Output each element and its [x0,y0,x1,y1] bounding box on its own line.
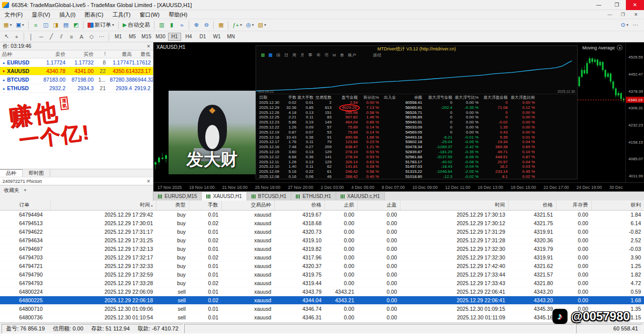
history-column-open-price[interactable]: 价格 [274,201,325,210]
time-axis[interactable]: 17 Nov 202519 Nov 14:0021 Nov 16:0025 No… [153,182,644,191]
stats-tool-单[interactable]: 单 [340,52,344,58]
close-button[interactable]: ✕ [626,0,644,10]
navigator-button[interactable]: ◨ [51,20,61,30]
menu-item[interactable]: 帮助(H) [164,10,192,19]
market-watch-row-eurusd[interactable]: ▲EURUSD1.177241.1773281.177471.17612 [0,58,153,67]
navigator-account-item[interactable]: 240972271 Phictort ✕ [0,177,153,185]
tile-windows-button[interactable]: ▦ [216,20,226,30]
more-tools-button[interactable]: ⋯ [630,20,640,30]
minimize-button[interactable]: — [590,0,608,10]
child-minimize-icon[interactable]: — [604,12,616,17]
stats-tool-月[interactable]: 月 [300,52,304,58]
candlestick-chart-button[interactable]: ▮ [167,20,177,30]
history-row[interactable]: 648007362025.12.30 01:10:54sell0.01xauus… [0,313,644,321]
maximize-button[interactable]: ❐ [608,0,626,10]
history-row[interactable]: 647947902025.12.29 17:32:59buy0.01xauusd… [0,270,644,279]
timeframe-d1[interactable]: D1 [196,33,209,41]
history-row[interactable]: 648002252025.12.29 22:06:18sell0.02xauus… [0,296,644,304]
history-row[interactable]: 647947932025.12.29 17:33:28buy0.02xauusd… [0,279,644,287]
stats-tool-综[interactable]: 综 [276,52,280,58]
history-column-profit[interactable]: 获利 [591,201,644,210]
history-row[interactable]: 647945132025.12.29 17:30:01buy0.02xauusd… [0,219,644,227]
search-button[interactable]: ⊙▾ [619,20,630,30]
zoom-in-button[interactable]: ⊕ [191,20,201,30]
periods-button[interactable]: ◎▾ [244,20,256,30]
stats-tool-年[interactable]: 年 [316,52,320,58]
channel-button[interactable]: ⫽ [56,32,66,42]
chart-plot[interactable]: XAUUSD,H1 Moving Average ● MTDriver统计 V3… [153,42,625,182]
arrows-button[interactable]: ⋯ [97,32,107,42]
stats-tool-周[interactable]: 周 [292,52,296,58]
chart-tab-EURUSD,M15[interactable]: EURUSD,M15 [153,192,202,201]
menu-item[interactable]: 图表(C) [80,10,108,19]
tab-即时图[interactable]: 即时图 [23,169,50,177]
history-row[interactable]: 647946342025.12.29 17:31:25buy0.02xauusd… [0,236,644,244]
auto-trading-button[interactable]: ▶自动交易 [121,20,152,30]
terminal-button[interactable]: ▤ [61,20,71,30]
line-chart-button[interactable]: ≈ [177,20,187,30]
history-row[interactable]: 648007102025.12.30 01:09:06sell0.01xauus… [0,304,644,313]
stats-tool-M[interactable]: M [333,53,336,57]
market-watch-button[interactable]: ≡ [31,20,41,30]
history-row[interactable]: 647946972025.12.29 17:32:13buy0.01xauusd… [0,244,644,253]
history-column-lots[interactable]: 手数 [189,201,221,210]
new-chart-button[interactable]: ▦▾ [2,20,14,30]
menu-item[interactable]: 工具(T) [108,10,135,19]
history-row[interactable]: 647946222025.12.29 17:31:17buy0.01xauusd… [0,227,644,236]
history-column-order[interactable]: 订单 [0,201,50,210]
timeframe-w1[interactable]: W1 [210,33,223,41]
timeframe-mn[interactable]: MN [224,33,237,41]
market-watch-row-btcusd[interactable]: ▲BTCUSD87183.0087198.001...87280.3886944… [0,76,153,84]
new-order-button[interactable]: 新订单▾ [86,20,116,30]
history-column-open-time[interactable]: 时间 ▴ [50,201,156,210]
history-column-swap[interactable]: 库存费 [556,201,591,210]
history-column-stop-loss[interactable]: 止损 [325,201,357,210]
data-window-button[interactable]: ◫ [41,20,51,30]
horizontal-line-button[interactable]: ─ [36,32,46,42]
close-icon[interactable]: ✕ [146,44,150,49]
menu-item[interactable]: 文件(F) [0,10,27,19]
menu-item[interactable]: 窗口(W) [135,10,164,19]
stats-tool-路径[interactable]: 路径 [373,52,381,58]
price-axis[interactable]: 4526.554452.474378.394306.314232.234158.… [625,42,644,182]
stats-tool-币[interactable]: 币 [325,52,329,58]
history-column-close-price[interactable]: 价格 [508,201,556,210]
chart-tab-XAUUSD.c,H1[interactable]: XAUUSD.c,H1 [336,192,385,201]
history-row[interactable]: 647947032025.12.29 17:32:17buy0.02xauusd… [0,253,644,261]
timeframe-h1[interactable]: H1 [168,33,181,41]
timeframe-m1[interactable]: M1 [112,33,125,41]
market-watch-row-xauusd[interactable]: ▼XAUUSD4340.784341.00224350.614323.17 [0,67,153,76]
timeframe-m15[interactable]: M15 [140,33,153,41]
history-header-row[interactable]: 订单时间 ▴类型手数交易品种价格止损止盈时间价格库存费获利 [0,201,644,210]
favorites-bar[interactable]: 收藏夹 ▾ [0,185,153,195]
history-column-take-profit[interactable]: 止盈 [357,201,400,210]
shapes-button[interactable]: ◇ [87,32,97,42]
vertical-line-button[interactable]: │ [26,32,36,42]
history-row[interactable]: 647944942025.12.29 17:29:42buy0.01xauusd… [0,210,644,219]
market-watch-row-ethusd[interactable]: ▲ETHUSD2932.22934.3212939.42919.2 [0,84,153,93]
cursor-button[interactable]: ↖ [2,32,12,42]
history-row[interactable]: 647947212025.12.29 17:32:33buy0.01xauusd… [0,261,644,270]
fibonacci-button[interactable]: ≡ [66,32,76,42]
chart-tab-ETHUSD,H1[interactable]: ETHUSD,H1 [291,192,336,201]
timeframe-h4[interactable]: H4 [182,33,195,41]
strategy-tester-button[interactable]: ◩ [71,20,81,30]
child-restore-icon[interactable]: ❐ [617,12,629,17]
close-icon[interactable]: ✕ [146,179,150,184]
chart-tab-XAUUSD,H1[interactable]: XAUUSD,H1 [202,192,247,201]
menu-item[interactable]: 插入(I) [55,10,80,19]
menu-item[interactable]: 显示(V) [27,10,55,19]
history-column-close-time[interactable]: 时间 [400,201,508,210]
timeframe-m5[interactable]: M5 [126,33,139,41]
timeframe-m30[interactable]: M30 [154,33,167,41]
history-column-symbol[interactable]: 交易品种 [221,201,274,210]
stats-tool-季[interactable]: 季 [308,52,312,58]
stats-tool-账户[interactable]: 账户 [348,52,356,58]
chart-tab-BTCUSD,H1[interactable]: BTCUSD,H1 [247,192,292,201]
crosshair-button[interactable]: + [12,32,22,42]
profiles-button[interactable]: ▣▾ [14,20,26,30]
zoom-out-button[interactable]: ⊖ [201,20,211,30]
indicator-info-icon[interactable]: ● [617,45,622,50]
text-button[interactable]: A [76,32,87,42]
child-close-icon[interactable]: ✕ [630,12,642,17]
